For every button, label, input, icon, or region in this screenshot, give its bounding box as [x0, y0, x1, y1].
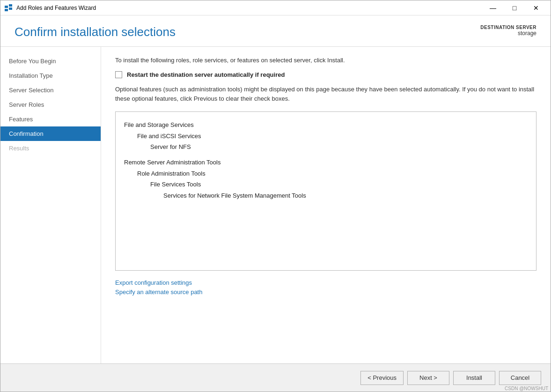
feature-spacer [124, 152, 528, 157]
feature-nfs-mgmt: Services for Network File System Managem… [124, 190, 528, 201]
destination-server: DESTINATION SERVER storage [480, 25, 536, 37]
alternate-source-link[interactable]: Specify an alternate source path [115, 288, 536, 296]
restart-checkbox[interactable] [115, 71, 122, 78]
svg-rect-1 [9, 4, 12, 7]
destination-value: storage [480, 30, 536, 37]
install-button[interactable]: Install [453, 371, 495, 385]
svg-rect-2 [9, 7, 12, 10]
minimize-button[interactable]: — [482, 0, 504, 15]
restart-checkbox-row: Restart the destination server automatic… [115, 71, 536, 78]
footer: < Previous Next > Install Cancel [0, 363, 551, 392]
next-button[interactable]: Next > [407, 371, 449, 385]
svg-rect-0 [5, 6, 8, 8]
sidebar-item-server-roles[interactable]: Server Roles [0, 97, 101, 112]
window-title: Add Roles and Features Wizard [16, 5, 482, 11]
svg-rect-3 [5, 9, 8, 11]
middle-section: Before You Begin Installation Type Serve… [0, 47, 551, 363]
feature-rsat: Remote Server Administration Tools [124, 157, 528, 168]
features-box: File and Storage Services File and iSCSI… [115, 111, 536, 271]
feature-file-iscsi: File and iSCSI Services [124, 131, 528, 141]
page-title: Confirm installation selections [15, 25, 176, 39]
links-section: Export configuration settings Specify an… [115, 279, 536, 296]
optional-text: Optional features (such as administratio… [115, 85, 536, 103]
sidebar: Before You Begin Installation Type Serve… [0, 47, 101, 363]
intro-text: To install the following roles, role ser… [115, 56, 536, 65]
sidebar-item-server-selection[interactable]: Server Selection [0, 83, 101, 97]
main-wrapper: Confirm installation selections DESTINAT… [0, 15, 551, 392]
maximize-button[interactable]: □ [504, 0, 525, 15]
close-button[interactable]: ✕ [525, 0, 547, 15]
sidebar-item-installation-type[interactable]: Installation Type [0, 68, 101, 83]
main-content: To install the following roles, role ser… [101, 47, 551, 363]
cancel-button[interactable]: Cancel [499, 371, 541, 385]
feature-file-services-tools: File Services Tools [124, 179, 528, 190]
feature-server-nfs: Server for NFS [124, 141, 528, 152]
sidebar-item-before-you-begin[interactable]: Before You Begin [0, 54, 101, 68]
destination-label: DESTINATION SERVER [480, 25, 536, 30]
restart-checkbox-label: Restart the destination server automatic… [127, 71, 285, 78]
feature-role-admin: Role Administration Tools [124, 168, 528, 179]
feature-file-storage: File and Storage Services [124, 119, 528, 130]
sidebar-item-results: Results [0, 141, 101, 155]
previous-button[interactable]: < Previous [360, 371, 404, 385]
sidebar-item-confirmation[interactable]: Confirmation [0, 126, 101, 141]
export-config-link[interactable]: Export configuration settings [115, 279, 536, 286]
sidebar-item-features[interactable]: Features [0, 112, 101, 126]
window-controls: — □ ✕ [482, 0, 547, 15]
header-section: Confirm installation selections DESTINAT… [0, 15, 551, 47]
app-icon [4, 4, 13, 12]
wizard-window: Add Roles and Features Wizard — □ ✕ Conf… [0, 0, 551, 392]
title-bar: Add Roles and Features Wizard — □ ✕ [0, 0, 551, 15]
